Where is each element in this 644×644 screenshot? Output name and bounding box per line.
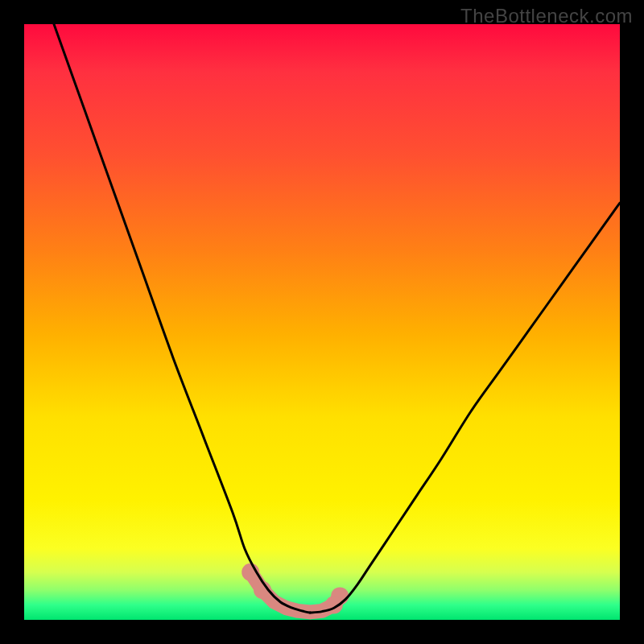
curve-left [54,24,310,613]
bottom-band [242,564,349,614]
chart-frame: TheBottleneck.com [0,0,644,644]
watermark-text: TheBottleneck.com [460,5,633,27]
curve-right [310,203,620,613]
plot-area [24,24,620,620]
curve-lines [54,24,620,613]
chart-svg [24,24,620,620]
